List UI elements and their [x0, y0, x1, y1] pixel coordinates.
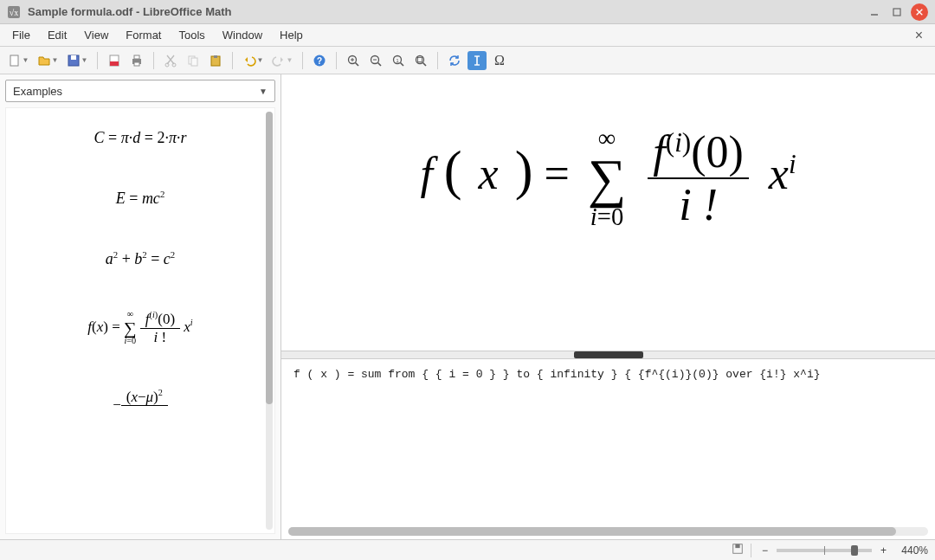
svg-rect-19	[214, 55, 217, 58]
toolbar: ▼ ▼ ▼ ▼ ▼ ? 1	[0, 47, 935, 74]
update-button[interactable]	[445, 51, 464, 70]
workspace: f ( x ) = ∞ ∑ i=0 f(i)(0) i ! xi	[281, 74, 935, 539]
category-label: Examples	[13, 85, 62, 98]
svg-text:?: ?	[317, 56, 322, 66]
menu-tools[interactable]: Tools	[170, 25, 213, 45]
app-icon: √x	[7, 5, 21, 19]
help-button[interactable]: ?	[310, 51, 329, 70]
menu-view[interactable]: View	[75, 25, 117, 45]
menu-format[interactable]: Format	[117, 25, 170, 45]
zoom-out-small[interactable]: −	[758, 544, 771, 557]
menu-file[interactable]: File	[3, 25, 39, 45]
svg-line-23	[356, 62, 359, 66]
svg-rect-12	[134, 55, 139, 59]
svg-rect-34	[418, 57, 422, 61]
save-status-icon[interactable]	[732, 543, 744, 557]
chevron-down-icon: ▼	[259, 87, 268, 96]
zoom-100-button[interactable]: 1	[389, 51, 408, 70]
open-button[interactable]: ▼	[35, 51, 61, 70]
menu-edit[interactable]: Edit	[39, 25, 75, 45]
titlebar: √x Sample formula.odf - LibreOffice Math	[0, 0, 935, 24]
new-button[interactable]: ▼	[5, 51, 31, 70]
svg-rect-17	[191, 58, 197, 66]
splitter[interactable]	[281, 351, 935, 359]
svg-rect-10	[110, 61, 119, 66]
category-select[interactable]: Examples ▼	[5, 80, 275, 102]
examples-list[interactable]: C = π·d = 2·π·r E = mc2 a2 + b2 = c2 f(x…	[5, 107, 275, 534]
formula-preview[interactable]: f ( x ) = ∞ ∑ i=0 f(i)(0) i ! xi	[281, 74, 935, 351]
splitter-grip-icon	[574, 351, 643, 358]
panel-scrollbar[interactable]	[266, 112, 273, 530]
code-h-scrollbar-thumb[interactable]	[288, 527, 896, 536]
zoom-slider-thumb[interactable]	[851, 545, 858, 556]
maximize-button[interactable]	[888, 3, 906, 21]
export-pdf-button[interactable]	[105, 51, 124, 70]
undo-button[interactable]: ▼	[240, 51, 266, 70]
formula-code-text: f ( x ) = sum from { { i = 0 } } to { in…	[293, 368, 821, 381]
save-button[interactable]: ▼	[64, 51, 90, 70]
main-area: Examples ▼ C = π·d = 2·π·r E = mc2 a2 + …	[0, 74, 935, 539]
menu-window[interactable]: Window	[214, 25, 271, 45]
statusbar: − + 440%	[0, 539, 935, 560]
svg-rect-6	[10, 55, 18, 66]
elements-panel: Examples ▼ C = π·d = 2·π·r E = mc2 a2 + …	[0, 74, 281, 539]
symbols-button[interactable]: Ω	[490, 51, 509, 70]
document-close-button[interactable]: ×	[906, 28, 932, 43]
copy-button[interactable]	[184, 51, 203, 70]
menu-help[interactable]: Help	[271, 25, 312, 45]
window-title: Sample formula.odf - LibreOffice Math	[28, 5, 231, 18]
formula-cursor-button[interactable]	[468, 51, 487, 70]
example-pythagoras[interactable]: a2 + b2 = c2	[6, 229, 274, 289]
example-circle[interactable]: C = π·d = 2·π·r	[6, 108, 274, 168]
example-einstein[interactable]: E = mc2	[6, 168, 274, 229]
code-h-scrollbar[interactable]	[288, 527, 928, 536]
svg-line-33	[423, 62, 427, 66]
svg-point-32	[416, 55, 424, 63]
redo-button[interactable]: ▼	[269, 51, 295, 70]
panel-scrollbar-thumb[interactable]	[266, 112, 273, 404]
svg-line-27	[378, 62, 382, 66]
zoom-out-button[interactable]	[366, 51, 385, 70]
zoom-slider[interactable]	[777, 549, 872, 552]
example-taylor[interactable]: f(x) = ∞∑i=0 f(i)(0)i ! xi	[6, 289, 274, 367]
svg-rect-8	[71, 55, 76, 60]
minimize-button[interactable]	[866, 3, 883, 21]
menubar: File Edit View Format Tools Window Help …	[0, 24, 935, 47]
formula-code-editor[interactable]: f ( x ) = sum from { { i = 0 } } to { in…	[281, 359, 935, 539]
svg-text:1: 1	[396, 57, 398, 62]
zoom-in-button[interactable]	[344, 51, 363, 70]
svg-rect-13	[134, 62, 139, 66]
svg-rect-39	[735, 544, 739, 548]
close-button[interactable]	[911, 3, 928, 21]
zoom-fit-button[interactable]	[411, 51, 430, 70]
zoom-value[interactable]: 440%	[890, 544, 928, 557]
rendered-formula: f ( x ) = ∞ ∑ i=0 f(i)(0) i ! xi	[420, 126, 796, 230]
svg-rect-3	[893, 9, 900, 16]
cut-button[interactable]	[161, 51, 180, 70]
print-button[interactable]	[127, 51, 146, 70]
example-gaussian[interactable]: −(x−μ)22	[6, 367, 274, 424]
zoom-in-small[interactable]: +	[877, 544, 890, 557]
svg-text:√x: √x	[10, 8, 19, 17]
svg-line-30	[401, 62, 404, 66]
paste-button[interactable]	[206, 51, 225, 70]
